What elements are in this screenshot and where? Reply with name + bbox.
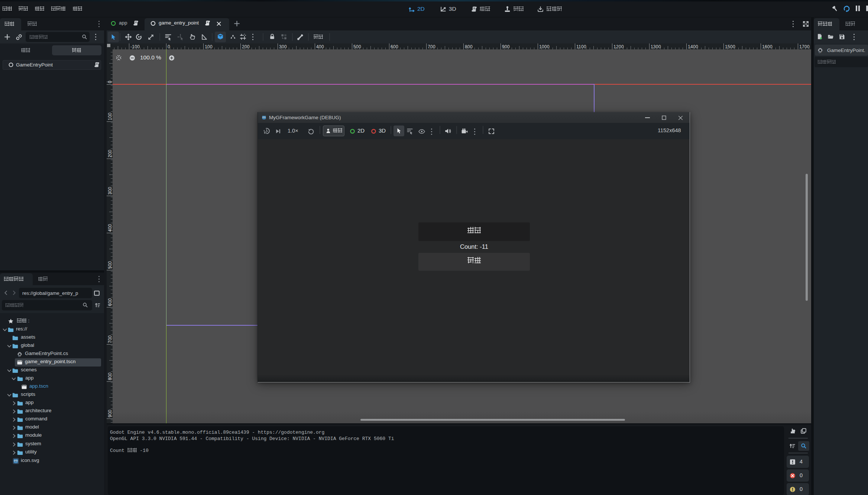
svg-text:500: 500 (107, 261, 113, 269)
svg-text:800: 800 (107, 372, 113, 380)
svg-text:900: 900 (107, 410, 113, 417)
svg-text:700: 700 (107, 335, 113, 343)
svg-text:600: 600 (107, 298, 113, 306)
svg-text:300: 300 (107, 187, 113, 195)
svg-text:100: 100 (107, 113, 113, 120)
svg-text:200: 200 (107, 150, 113, 157)
svg-text:0: 0 (107, 81, 113, 83)
svg-text:400: 400 (107, 224, 113, 232)
